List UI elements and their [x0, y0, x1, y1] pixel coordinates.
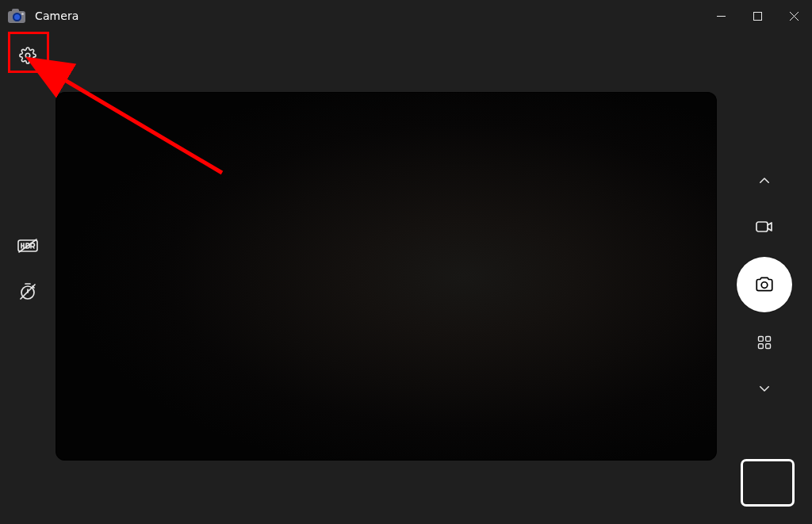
close-button[interactable]	[776, 0, 812, 32]
left-options-stack	[0, 230, 56, 308]
settings-button[interactable]	[12, 40, 44, 71]
maximize-icon	[753, 12, 762, 21]
gear-icon	[19, 47, 36, 64]
mode-previous-button[interactable]	[749, 165, 780, 197]
chevron-down-icon	[757, 381, 772, 396]
camera-app-icon	[8, 9, 25, 23]
svg-point-1	[25, 53, 30, 58]
video-mode-button[interactable]	[749, 211, 780, 243]
camera-app-window: Camera	[0, 0, 812, 524]
camera-icon	[754, 274, 775, 295]
minimize-button[interactable]	[703, 0, 739, 32]
timer-off-icon	[18, 282, 37, 301]
svg-rect-6	[759, 337, 764, 342]
gallery-thumbnail-button[interactable]	[741, 459, 795, 507]
title-bar-left: Camera	[8, 9, 79, 23]
minimize-icon	[717, 12, 726, 21]
hdr-off-icon	[17, 238, 38, 254]
svg-point-5	[761, 282, 768, 289]
window-title: Camera	[35, 10, 79, 22]
title-bar: Camera	[0, 0, 812, 32]
right-toolbar	[717, 32, 812, 524]
maximize-button[interactable]	[739, 0, 776, 32]
mode-next-button[interactable]	[749, 373, 780, 404]
svg-rect-9	[766, 344, 771, 349]
svg-rect-7	[766, 337, 771, 342]
video-camera-icon	[755, 217, 774, 236]
timer-toggle-button[interactable]	[12, 276, 44, 308]
barcode-mode-button[interactable]	[749, 327, 780, 358]
qr-code-icon	[756, 335, 772, 350]
take-photo-button[interactable]	[737, 257, 792, 312]
svg-rect-8	[759, 344, 764, 349]
svg-rect-4	[756, 222, 768, 231]
window-controls	[703, 0, 812, 32]
mode-selector	[737, 165, 792, 404]
svg-rect-0	[753, 12, 761, 20]
close-icon	[790, 12, 799, 21]
camera-viewfinder	[56, 92, 717, 461]
chevron-up-icon	[757, 174, 772, 188]
hdr-toggle-button[interactable]	[12, 230, 44, 262]
